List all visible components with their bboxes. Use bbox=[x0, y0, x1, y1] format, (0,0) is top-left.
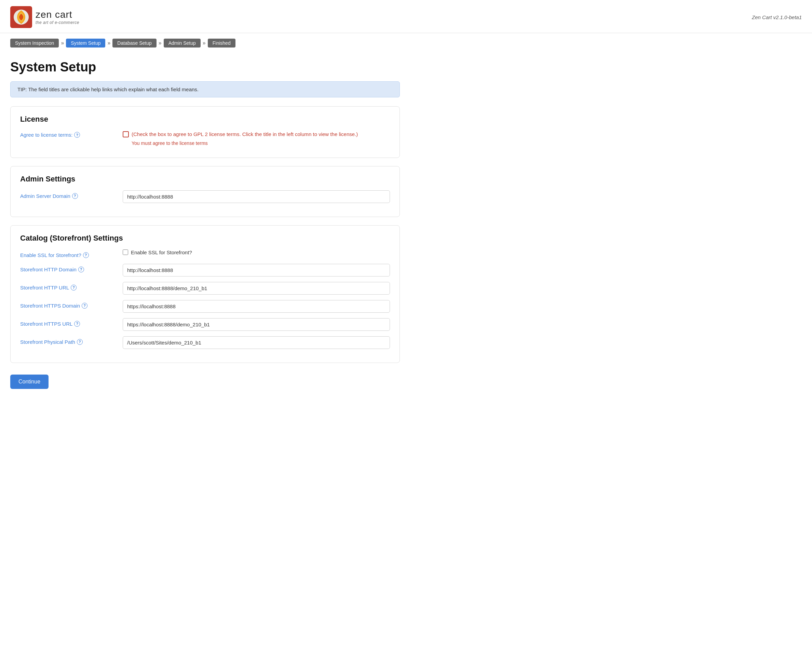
storefront-physical-path-link[interactable]: Storefront Physical Path ? bbox=[20, 339, 83, 345]
storefront-physical-path-label-col: Storefront Physical Path ? bbox=[20, 336, 116, 345]
logo-area: zen cart the art of e-commerce bbox=[10, 6, 79, 28]
agree-license-label: Agree to license terms: bbox=[20, 132, 73, 138]
breadcrumb-system-inspection[interactable]: System Inspection bbox=[10, 39, 59, 47]
admin-server-domain-link[interactable]: Admin Server Domain ? bbox=[20, 193, 78, 199]
agree-license-help-icon[interactable]: ? bbox=[74, 132, 80, 138]
storefront-physical-path-label: Storefront Physical Path bbox=[20, 339, 75, 345]
storefront-https-domain-input[interactable] bbox=[123, 300, 390, 313]
storefront-http-url-label-col: Storefront HTTP URL ? bbox=[20, 282, 116, 291]
ssl-label-col: Enable SSL for Storefront? ? bbox=[20, 249, 116, 259]
admin-server-domain-input[interactable] bbox=[123, 190, 390, 203]
storefront-http-domain-label-col: Storefront HTTP Domain ? bbox=[20, 264, 116, 273]
enable-ssl-label: Enable SSL for Storefront? bbox=[20, 252, 81, 258]
page-title: System Setup bbox=[10, 60, 400, 74]
storefront-https-domain-row: Storefront HTTPS Domain ? bbox=[20, 300, 390, 313]
license-checkbox-text: (Check the box to agree to GPL 2 license… bbox=[131, 131, 358, 138]
version-text: Zen Cart v2.1.0-beta1 bbox=[752, 15, 802, 20]
storefront-https-url-input-col bbox=[123, 318, 390, 331]
license-checkbox[interactable] bbox=[123, 131, 129, 137]
main-content: System Setup TIP: The field titles are c… bbox=[0, 53, 410, 403]
storefront-http-url-link[interactable]: Storefront HTTP URL ? bbox=[20, 285, 76, 291]
storefront-https-domain-label-col: Storefront HTTPS Domain ? bbox=[20, 300, 116, 309]
admin-server-domain-help-icon[interactable]: ? bbox=[72, 193, 78, 199]
storefront-physical-path-row: Storefront Physical Path ? bbox=[20, 336, 390, 349]
license-error-text: You must agree to the license terms bbox=[131, 141, 390, 146]
agree-license-link[interactable]: Agree to license terms: ? bbox=[20, 132, 80, 138]
ssl-row: Enable SSL for Storefront? ? Enable SSL … bbox=[20, 249, 390, 259]
storefront-http-url-input-col bbox=[123, 282, 390, 294]
admin-server-domain-input-col bbox=[123, 190, 390, 203]
license-label-col: Agree to license terms: ? bbox=[20, 131, 116, 138]
tip-text: TIP: The field titles are clickable help… bbox=[18, 86, 199, 92]
continue-button[interactable]: Continue bbox=[10, 375, 49, 389]
storefront-http-url-label: Storefront HTTP URL bbox=[20, 285, 69, 291]
logo-icon bbox=[10, 6, 32, 28]
storefront-http-domain-label: Storefront HTTP Domain bbox=[20, 267, 76, 272]
breadcrumb-system-setup[interactable]: System Setup bbox=[66, 39, 105, 47]
storefront-https-url-help-icon[interactable]: ? bbox=[74, 321, 80, 327]
ssl-checkbox-col: Enable SSL for Storefront? bbox=[123, 249, 390, 255]
admin-server-domain-label: Admin Server Domain bbox=[20, 193, 70, 199]
license-section-title: License bbox=[20, 115, 390, 124]
tip-box: TIP: The field titles are clickable help… bbox=[10, 81, 400, 97]
storefront-https-url-label-col: Storefront HTTPS URL ? bbox=[20, 318, 116, 327]
storefront-https-domain-help-icon[interactable]: ? bbox=[82, 303, 87, 309]
breadcrumb-sep-3: » bbox=[159, 40, 162, 46]
breadcrumb-admin-setup[interactable]: Admin Setup bbox=[164, 39, 201, 47]
storefront-https-url-input[interactable] bbox=[123, 318, 390, 331]
breadcrumb-sep-2: » bbox=[107, 40, 110, 46]
breadcrumb-database-setup[interactable]: Database Setup bbox=[112, 39, 156, 47]
storefront-http-domain-input-col bbox=[123, 264, 390, 277]
catalog-section: Catalog (Storefront) Settings Enable SSL… bbox=[10, 225, 400, 363]
storefront-http-url-help-icon[interactable]: ? bbox=[71, 285, 76, 291]
admin-settings-title: Admin Settings bbox=[20, 175, 390, 184]
admin-server-domain-label-col: Admin Server Domain ? bbox=[20, 190, 116, 199]
storefront-http-domain-row: Storefront HTTP Domain ? bbox=[20, 264, 390, 277]
storefront-https-domain-link[interactable]: Storefront HTTPS Domain ? bbox=[20, 303, 87, 309]
storefront-https-url-label: Storefront HTTPS URL bbox=[20, 321, 73, 327]
license-section: License Agree to license terms: ? (Check… bbox=[10, 106, 400, 158]
storefront-http-domain-input[interactable] bbox=[123, 264, 390, 277]
catalog-section-title: Catalog (Storefront) Settings bbox=[20, 234, 390, 243]
storefront-https-url-link[interactable]: Storefront HTTPS URL ? bbox=[20, 321, 80, 327]
storefront-physical-path-input-col bbox=[123, 336, 390, 349]
breadcrumb-finished[interactable]: Finished bbox=[208, 39, 236, 47]
license-row: Agree to license terms: ? (Check the box… bbox=[20, 131, 390, 146]
ssl-checkbox-row: Enable SSL for Storefront? bbox=[123, 249, 390, 255]
admin-settings-section: Admin Settings Admin Server Domain ? bbox=[10, 166, 400, 217]
storefront-https-domain-label: Storefront HTTPS Domain bbox=[20, 303, 80, 309]
storefront-http-url-row: Storefront HTTP URL ? bbox=[20, 282, 390, 294]
storefront-https-url-row: Storefront HTTPS URL ? bbox=[20, 318, 390, 331]
storefront-https-domain-input-col bbox=[123, 300, 390, 313]
logo-subtitle: the art of e-commerce bbox=[36, 20, 79, 25]
breadcrumb: System Inspection » System Setup » Datab… bbox=[0, 33, 812, 53]
breadcrumb-sep-1: » bbox=[61, 40, 64, 46]
page-header: zen cart the art of e-commerce Zen Cart … bbox=[0, 0, 812, 33]
license-content-col: (Check the box to agree to GPL 2 license… bbox=[123, 131, 390, 146]
enable-ssl-link[interactable]: Enable SSL for Storefront? ? bbox=[20, 252, 89, 258]
storefront-http-domain-link[interactable]: Storefront HTTP Domain ? bbox=[20, 267, 84, 272]
logo-title: zen cart bbox=[36, 9, 79, 20]
storefront-physical-path-input[interactable] bbox=[123, 336, 390, 349]
logo-text: zen cart the art of e-commerce bbox=[36, 9, 79, 25]
ssl-checkbox[interactable] bbox=[123, 249, 128, 255]
breadcrumb-sep-4: » bbox=[203, 40, 206, 46]
ssl-checkbox-label: Enable SSL for Storefront? bbox=[131, 249, 192, 255]
storefront-http-url-input[interactable] bbox=[123, 282, 390, 294]
storefront-http-domain-help-icon[interactable]: ? bbox=[78, 267, 84, 272]
enable-ssl-help-icon[interactable]: ? bbox=[83, 252, 89, 258]
license-checkbox-row: (Check the box to agree to GPL 2 license… bbox=[123, 131, 390, 138]
storefront-physical-path-help-icon[interactable]: ? bbox=[77, 339, 83, 345]
admin-server-domain-row: Admin Server Domain ? bbox=[20, 190, 390, 203]
